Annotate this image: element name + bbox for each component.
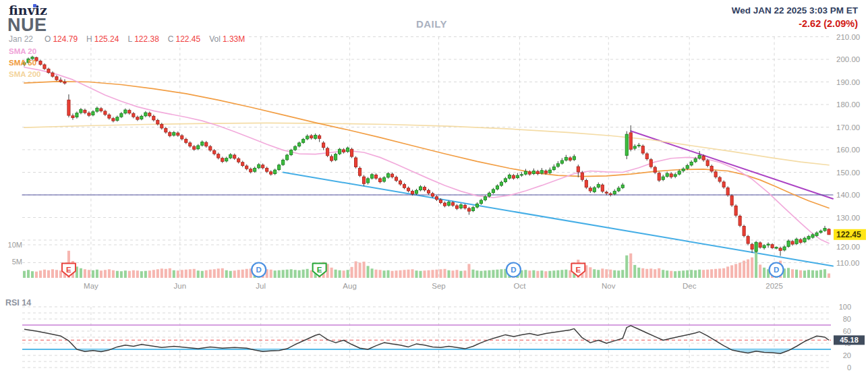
month-gridlines [91,37,774,368]
svg-text:Jul: Jul [256,282,266,290]
svg-text:20: 20 [843,351,851,359]
quote-high: H125.24 [86,34,119,44]
ohlc-quote-row: Jan 22 O124.79 H125.24 L122.38 C122.45 V… [9,34,249,44]
rsi-indicator-label: RSI 14 [5,298,31,308]
svg-text:122.45: 122.45 [836,230,861,239]
dividend-badge[interactable]: D [770,263,784,277]
svg-text:180.00: 180.00 [836,100,860,109]
svg-text:Sep: Sep [432,282,445,290]
sma20-line [24,67,829,243]
candlestick-series [23,56,830,256]
svg-text:Oct: Oct [513,282,526,290]
svg-text:Aug: Aug [343,282,356,290]
svg-text:E: E [575,266,581,274]
dividend-badge[interactable]: D [252,263,266,277]
svg-text:190.00: 190.00 [836,78,860,86]
quote-open: O124.79 [45,34,78,44]
svg-text:Jun: Jun [174,282,187,290]
rsi-value-tag: 45.18 [834,335,865,345]
sma50-line [24,82,829,208]
svg-text:D: D [256,266,262,274]
finviz-chart-page: 210.00200.00190.00180.00170.00160.00150.… [0,0,868,379]
svg-text:D: D [511,266,516,274]
svg-text:200.00: 200.00 [836,55,860,63]
month-labels: MayJunJulAugSepOctNovDec2025 [84,282,783,290]
svg-text:45.18: 45.18 [840,336,859,344]
support-trendline-blue [283,173,833,266]
svg-text:60: 60 [843,327,851,335]
svg-text:Nov: Nov [602,282,616,290]
quote-date: Jan 22 [9,34,33,44]
ticker-symbol: NUE [7,15,47,36]
svg-text:160.00: 160.00 [836,146,860,154]
quote-close: C122.45 [168,34,200,44]
svg-text:140.00: 140.00 [836,191,860,199]
quote-volume: Vol1.33M [209,34,245,44]
svg-text:5M: 5M [12,258,22,266]
svg-text:110.00: 110.00 [836,259,859,267]
svg-text:80: 80 [843,315,851,323]
dividend-badge[interactable]: D [507,263,521,277]
svg-text:E: E [66,266,71,274]
svg-text:10M: 10M [8,241,22,249]
sma200-line [24,123,829,165]
svg-text:D: D [774,266,779,274]
svg-text:100: 100 [839,303,851,311]
svg-text:150.00: 150.00 [836,169,860,177]
svg-text:May: May [84,282,98,290]
price-change: -2.62 (2.09%) [799,18,858,29]
svg-text:130.00: 130.00 [836,214,860,222]
svg-text:2025: 2025 [765,282,783,290]
sma50-legend-label: SMA 50 [9,59,36,67]
svg-text:0: 0 [847,363,851,372]
svg-text:210.00: 210.00 [836,33,860,41]
svg-text:E: E [317,266,322,274]
svg-text:170.00: 170.00 [836,123,860,132]
finviz-logo-dot-icon [33,4,36,7]
quote-low: L122.38 [127,34,158,44]
last-price-tag: 122.45 [834,229,866,240]
sma20-legend-label: SMA 20 [9,47,36,55]
timeframe-label: DAILY [378,18,486,30]
svg-text:120.00: 120.00 [836,243,860,251]
volume-bars [23,243,830,278]
sma200-legend-label: SMA 200 [9,70,41,78]
price-volume-rsi-chart: 210.00200.00190.00180.00170.00160.00150.… [0,0,868,379]
svg-text:Dec: Dec [683,282,697,290]
quote-datetime: Wed JAN 22 2025 3:03 PM ET [732,5,858,16]
